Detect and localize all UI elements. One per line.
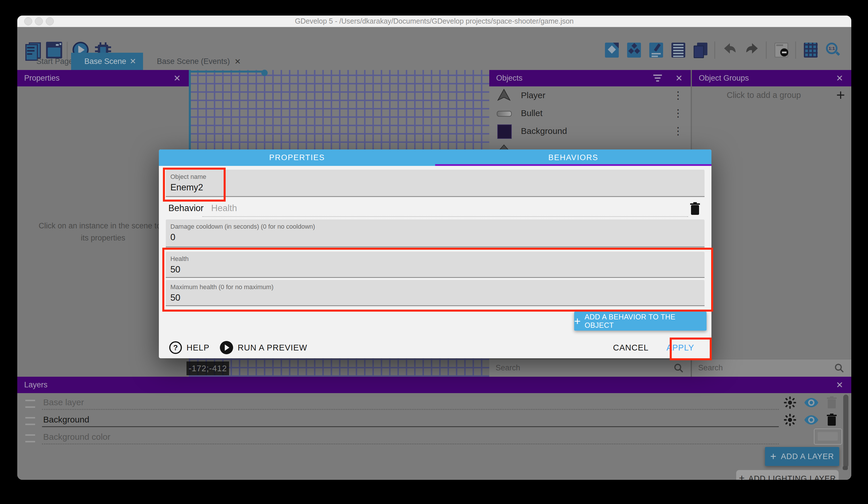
object-menu-icon[interactable]: ⋮ <box>673 89 683 101</box>
object-menu-icon[interactable]: ⋮ <box>673 107 683 119</box>
player-ship-icon <box>497 89 510 102</box>
damage-cooldown-field[interactable]: Damage cooldown (in seconds) (0 for no c… <box>166 220 704 248</box>
close-icon[interactable]: ✕ <box>836 73 843 83</box>
help-button[interactable]: HELP <box>186 343 209 353</box>
row-underline <box>42 409 779 410</box>
visibility-eye-icon[interactable] <box>804 415 818 425</box>
panel-title: Object Groups <box>699 74 749 83</box>
object-row-player[interactable]: Player ⋮ <box>489 87 691 105</box>
plus-icon: + <box>770 451 776 463</box>
annotation-health-fields <box>162 248 713 312</box>
annotation-apply-button <box>670 337 712 360</box>
object-name-field[interactable]: Object name Enemy2 <box>166 170 704 197</box>
layers-panel-header: Layers ✕ <box>17 377 851 393</box>
editor-tabs: Start Page Base Scene ✕ Base Scene (Even… <box>17 53 851 70</box>
layers-panel: Layers ✕ Base layer Background Backgroun… <box>17 377 851 480</box>
plus-icon: + <box>574 315 580 327</box>
objects-panel-header: Objects ✕ <box>489 70 691 87</box>
help-icon[interactable]: ? <box>169 341 182 354</box>
delete-layer-icon[interactable] <box>827 414 837 426</box>
bullet-icon <box>497 111 512 117</box>
tab-base-scene-events[interactable]: Base Scene (Events) ✕ <box>145 53 249 70</box>
object-row-partially-hidden[interactable] <box>489 140 691 150</box>
layer-effects-icon[interactable] <box>783 413 797 426</box>
dialog-tab-behaviors[interactable]: BEHAVIORS <box>435 150 711 166</box>
dialog-tabs: PROPERTIES BEHAVIORS <box>159 150 711 166</box>
layer-row-background[interactable]: Background <box>17 411 851 429</box>
search-icon <box>834 363 844 373</box>
active-tab-indicator <box>435 164 711 166</box>
delete-layer-icon[interactable] <box>827 396 837 409</box>
object-menu-icon[interactable]: ⋮ <box>673 125 683 137</box>
object-groups-search[interactable]: Search <box>692 359 851 377</box>
dialog-footer: ? HELP RUN A PREVIEW CANCEL APPLY <box>169 339 701 356</box>
close-tab-icon[interactable]: ✕ <box>130 57 136 66</box>
layer-row-base-layer[interactable]: Base layer <box>17 394 851 411</box>
popup-scrollbar[interactable] <box>843 466 848 470</box>
layers-scrollbar[interactable] <box>843 395 848 468</box>
add-group-plus-icon[interactable]: + <box>836 87 845 104</box>
row-underline <box>42 444 779 444</box>
objects-search[interactable]: Search <box>489 359 691 377</box>
tab-base-scene[interactable]: Base Scene ✕ <box>71 53 143 70</box>
behavior-underline <box>202 216 688 217</box>
drag-handle-icon[interactable] <box>25 434 35 442</box>
background-thumbnail-icon <box>497 124 512 139</box>
search-icon <box>673 363 684 373</box>
layer-row-background-color[interactable]: Background color <box>17 429 851 446</box>
toolbar: 1:1 <box>17 27 851 53</box>
panel-title: Layers <box>24 381 48 389</box>
run-preview-icon[interactable] <box>220 341 233 354</box>
canvas-scrollbar-knob[interactable] <box>261 70 268 76</box>
drag-handle-icon[interactable] <box>25 417 35 425</box>
panel-title: Properties <box>24 74 60 83</box>
app-window: GDevelop 5 - /Users/dkarakay/Documents/G… <box>17 16 851 480</box>
add-layer-button[interactable]: + ADD A LAYER <box>765 447 839 466</box>
object-groups-panel: Object Groups ✕ Click to add a group + S… <box>692 70 851 377</box>
layer-effects-icon[interactable] <box>783 396 797 409</box>
canvas-horizontal-scrollbar[interactable] <box>190 71 264 73</box>
close-icon[interactable]: ✕ <box>836 380 843 390</box>
background-color-swatch[interactable] <box>814 429 842 445</box>
close-icon[interactable]: ✕ <box>174 73 181 83</box>
behavior-header-row: Behavior Health <box>168 203 702 218</box>
close-icon[interactable]: ✕ <box>675 73 683 83</box>
visibility-eye-icon[interactable] <box>804 397 818 408</box>
delete-behavior-icon[interactable] <box>690 202 700 215</box>
object-groups-panel-header: Object Groups ✕ <box>692 70 851 87</box>
dialog-tab-properties[interactable]: PROPERTIES <box>159 150 435 166</box>
close-tab-icon[interactable]: ✕ <box>234 57 241 66</box>
search-placeholder: Search <box>698 363 723 372</box>
titlebar: GDevelop 5 - /Users/dkarakay/Documents/G… <box>17 16 851 27</box>
add-lighting-layer-button[interactable]: +ADD LIGHTING LAYER <box>736 470 839 480</box>
add-group-row[interactable]: Click to add a group + <box>692 87 851 105</box>
behavior-name[interactable]: Health <box>211 203 237 213</box>
annotation-object-name <box>163 168 226 202</box>
search-placeholder: Search <box>496 363 520 372</box>
object-row-bullet[interactable]: Bullet ⋮ <box>489 104 691 123</box>
plus-icon: + <box>739 472 745 480</box>
row-underline <box>42 426 779 427</box>
cancel-button[interactable]: CANCEL <box>613 343 649 353</box>
drag-handle-icon[interactable] <box>25 400 35 408</box>
window-title: GDevelop 5 - /Users/dkarakay/Documents/G… <box>17 17 851 26</box>
properties-panel-header: Properties ✕ <box>17 70 189 87</box>
panel-title: Objects <box>496 74 523 83</box>
object-row-background[interactable]: Background ⋮ <box>489 122 691 141</box>
cursor-coordinates-badge: -172;-412 <box>186 361 229 375</box>
add-behavior-button[interactable]: + ADD A BEHAVIOR TO THE OBJECT <box>574 312 706 331</box>
filter-icon[interactable] <box>653 74 662 81</box>
run-preview-button[interactable]: RUN A PREVIEW <box>238 343 307 353</box>
